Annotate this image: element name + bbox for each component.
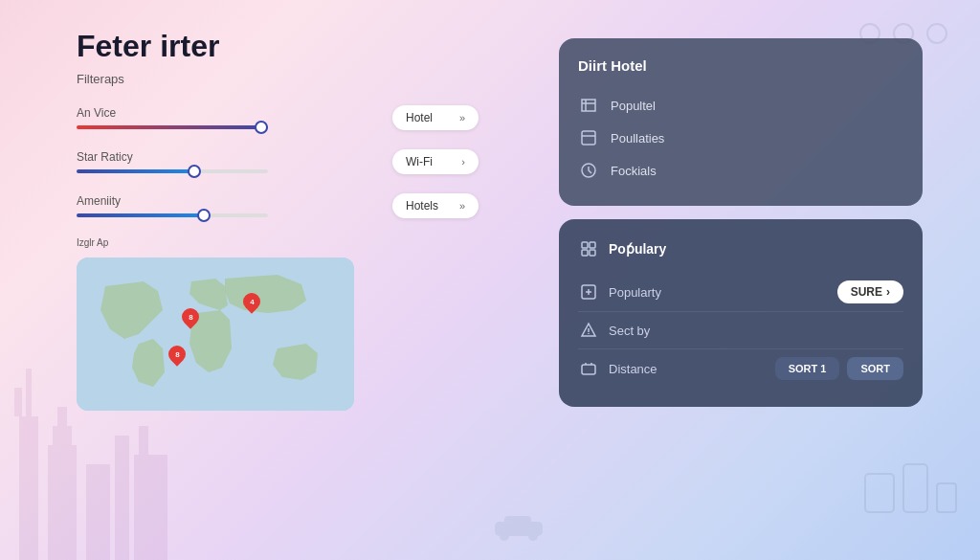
sure-button[interactable]: SURE › xyxy=(837,280,903,303)
map-svg xyxy=(77,258,354,411)
map-pin-3[interactable]: 8 xyxy=(168,344,186,365)
svg-rect-0 xyxy=(19,416,38,560)
slider-track-3[interactable] xyxy=(77,213,268,217)
svg-point-12 xyxy=(927,24,947,43)
badge-arrow-1: » xyxy=(459,112,465,123)
card2-row2-left: Sect by xyxy=(578,320,650,341)
slider-fill-1 xyxy=(77,125,268,129)
card-item-label-2: Poullaties xyxy=(611,131,664,146)
svg-rect-24 xyxy=(590,242,595,248)
sort-button[interactable]: SORT xyxy=(847,357,903,380)
map-container[interactable]: 8 4 8 xyxy=(77,258,354,411)
svg-rect-5 xyxy=(57,407,67,426)
sort-button-group: SORT 1 SORT xyxy=(775,357,903,380)
card-hotel-title: Diirt Hotel xyxy=(578,57,903,74)
card-item-label-1: Popultel xyxy=(611,99,656,113)
card-item-3: Fockials xyxy=(578,154,903,187)
popularty-icon xyxy=(578,281,599,302)
badge-arrow-3: » xyxy=(459,200,465,212)
svg-rect-3 xyxy=(48,445,77,560)
svg-rect-15 xyxy=(937,483,956,512)
svg-rect-6 xyxy=(86,464,110,560)
filter-name-1: An Vice xyxy=(77,106,373,120)
map-pin-2[interactable]: 4 xyxy=(243,291,260,312)
right-panel: Diirt Hotel Popultel Poullaties xyxy=(559,38,923,407)
card2-title-text: Poṕulary xyxy=(609,241,666,257)
deco-icons-bottom xyxy=(856,455,970,531)
pin-label-1: 8 xyxy=(189,313,192,322)
pin-label-3: 8 xyxy=(174,349,178,358)
card2-title: Poṕulary xyxy=(578,238,903,259)
card2-row-2: Sect by xyxy=(578,312,903,349)
card-popularity: Poṕulary Popularty SURE › xyxy=(559,219,923,407)
svg-rect-14 xyxy=(903,464,927,512)
card2-row3-label: Distance xyxy=(609,362,657,376)
svg-rect-25 xyxy=(582,250,588,256)
poullaties-icon xyxy=(578,127,599,148)
filter-badge-1[interactable]: Hotel » xyxy=(392,105,479,130)
slider-thumb-3[interactable] xyxy=(197,209,211,222)
svg-rect-9 xyxy=(139,426,148,455)
slider-fill-3 xyxy=(77,213,201,217)
card2-row1-label: Popularty xyxy=(609,285,661,300)
filter-row-left-3: Ameniity xyxy=(77,194,373,217)
car-decoration xyxy=(490,512,547,541)
slider-track-2[interactable] xyxy=(77,169,268,173)
sort1-button[interactable]: SORT 1 xyxy=(775,357,840,380)
slider-fill-2 xyxy=(77,169,191,173)
svg-rect-4 xyxy=(53,426,72,445)
filter-row-1: An Vice Hotel » xyxy=(77,105,479,130)
badge-label-2: Wi-Fi xyxy=(406,155,433,168)
card-hotel: Diirt Hotel Popultel Poullaties xyxy=(559,38,923,206)
filter-section-label: Filteraps xyxy=(77,72,479,86)
page-title: Feter irter xyxy=(77,29,479,64)
slider-thumb-1[interactable] xyxy=(255,121,268,134)
svg-rect-2 xyxy=(26,369,32,416)
card2-row-1: Popularty SURE › xyxy=(578,273,903,312)
filter-row-left-1: An Vice xyxy=(77,106,373,129)
svg-rect-26 xyxy=(590,250,595,256)
svg-point-18 xyxy=(500,531,509,541)
sure-button-arrow: › xyxy=(886,285,890,299)
badge-label-1: Hotel xyxy=(406,111,433,124)
filter-row-3: Ameniity Hotels » xyxy=(77,193,479,218)
card-item-2: Poullaties xyxy=(578,122,903,154)
card2-row2-label: Sect by xyxy=(609,324,650,338)
map-pin-1[interactable]: 8 xyxy=(182,306,199,327)
card-item-label-3: Fockials xyxy=(611,164,657,178)
slider-thumb-2[interactable] xyxy=(188,165,201,178)
svg-rect-1 xyxy=(14,388,22,416)
svg-point-19 xyxy=(528,531,538,541)
slider-track-1[interactable] xyxy=(77,125,268,129)
sort-button-label: SORT xyxy=(860,363,890,374)
filter-name-3: Ameniity xyxy=(77,194,373,208)
sect-by-icon xyxy=(578,320,599,341)
filter-row-2: Star Raticy Wi-Fi › xyxy=(77,149,479,174)
filter-badge-2[interactable]: Wi-Fi › xyxy=(392,149,479,174)
svg-rect-21 xyxy=(582,131,595,145)
card2-row3-left: Distance xyxy=(578,358,657,379)
distance-icon xyxy=(578,358,599,379)
svg-rect-28 xyxy=(582,365,595,374)
svg-rect-13 xyxy=(865,474,894,512)
badge-label-3: Hotels xyxy=(406,199,438,213)
sure-button-label: SURE xyxy=(851,285,882,299)
svg-rect-23 xyxy=(582,242,588,248)
left-panel: Feter irter Filteraps An Vice Hotel » St… xyxy=(77,29,479,411)
card2-row1-left: Popularty xyxy=(578,281,661,302)
filter-row-left-2: Star Raticy xyxy=(77,150,373,173)
svg-rect-8 xyxy=(134,455,167,560)
map-section: Izglr Ap 8 xyxy=(77,237,479,411)
card2-row-3: Distance SORT 1 SORT xyxy=(578,349,903,388)
filter-badge-3[interactable]: Hotels » xyxy=(392,193,479,218)
card-item-1: Popultel xyxy=(578,89,903,122)
sort1-button-label: SORT 1 xyxy=(789,363,827,374)
map-label: Izglr Ap xyxy=(77,237,479,248)
badge-arrow-2: › xyxy=(461,156,465,168)
svg-rect-7 xyxy=(115,436,129,560)
popultel-icon xyxy=(578,95,599,116)
popularity-title-icon xyxy=(578,238,599,259)
svg-rect-17 xyxy=(504,516,531,527)
fockials-icon xyxy=(578,160,599,181)
filter-name-2: Star Raticy xyxy=(77,150,373,164)
